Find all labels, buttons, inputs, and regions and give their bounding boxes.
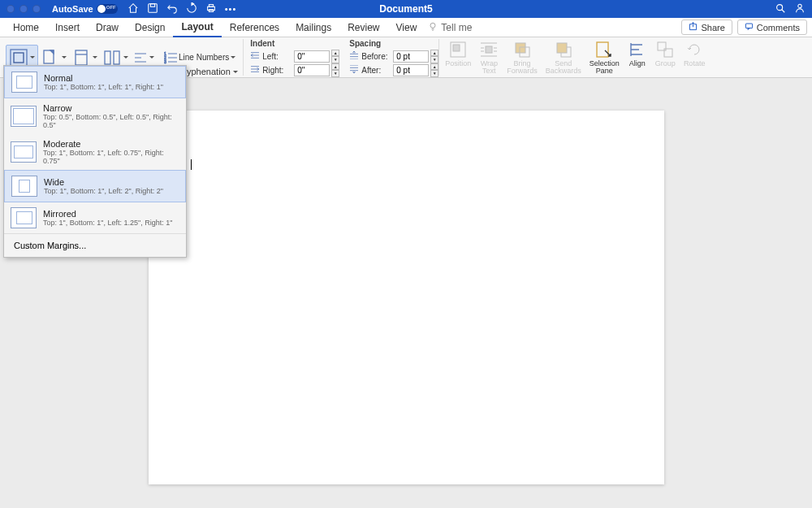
svg-rect-12 <box>76 50 87 65</box>
svg-rect-9 <box>11 50 27 66</box>
tab-draw[interactable]: Draw <box>88 19 127 37</box>
group-button: Group <box>652 38 679 76</box>
svg-point-6 <box>798 4 801 7</box>
svg-rect-8 <box>745 24 752 28</box>
spacing-before-input[interactable] <box>393 50 429 63</box>
spacing-before-spinner[interactable]: ▲▼ <box>430 50 438 63</box>
indent-left-icon <box>250 51 260 61</box>
tab-mailings[interactable]: Mailings <box>287 19 339 37</box>
svg-rect-24 <box>557 43 567 53</box>
margins-option-narrow[interactable]: Narrow Top: 0.5", Bottom: 0.5", Left: 0.… <box>4 98 186 134</box>
position-button: Position <box>442 38 474 76</box>
tab-review[interactable]: Review <box>339 19 387 37</box>
share-button[interactable]: Share <box>681 20 732 35</box>
tab-insert[interactable]: Insert <box>47 19 88 37</box>
window-controls <box>6 5 41 13</box>
redo-icon[interactable] <box>186 2 197 15</box>
arrange-group: Position Wrap Text Bring Forwards Send B… <box>439 39 710 76</box>
zoom-window[interactable] <box>32 5 41 13</box>
spacing-after-input[interactable] <box>393 64 429 76</box>
spacing-after-spinner[interactable]: ▲▼ <box>430 63 438 77</box>
spacing-after-icon <box>349 65 359 75</box>
rotate-icon <box>685 40 704 59</box>
indent-group: Indent Left: ▲▼ Right: ▲▼ <box>250 39 330 76</box>
close-window[interactable] <box>6 5 15 13</box>
indent-right-icon <box>250 65 260 75</box>
wrap-text-button: Wrap Text <box>476 38 502 76</box>
margins-option-moderate[interactable]: Moderate Top: 1", Bottom: 1", Left: 0.75… <box>4 134 186 170</box>
group-icon <box>655 40 675 59</box>
svg-rect-25 <box>597 42 608 57</box>
margins-narrow-icon <box>11 106 37 127</box>
margins-option-mirrored[interactable]: Mirrored Top: 1", Bottom: 1", Left: 1.25… <box>4 202 186 233</box>
autosave-toggle[interactable]: AutoSave OFF <box>52 4 118 14</box>
titlebar: AutoSave OFF ••• Document5 <box>0 0 812 18</box>
minimize-window[interactable] <box>19 5 28 13</box>
undo-icon[interactable] <box>166 2 178 15</box>
more-icon[interactable]: ••• <box>225 4 237 14</box>
wrap-icon <box>479 40 499 59</box>
margins-mirrored-icon <box>11 207 37 228</box>
autosave-label: AutoSave <box>52 4 93 14</box>
send-backward-button: Send Backwards <box>542 38 585 76</box>
svg-rect-1 <box>150 4 154 7</box>
bulb-icon <box>428 21 438 33</box>
account-icon[interactable] <box>794 2 806 15</box>
svg-rect-0 <box>149 4 158 13</box>
page[interactable] <box>149 111 664 484</box>
tell-me[interactable]: Tell me <box>428 21 472 33</box>
tab-layout[interactable]: Layout <box>173 18 221 37</box>
indent-left-input[interactable] <box>294 50 330 63</box>
search-icon[interactable] <box>775 2 786 15</box>
columns-icon <box>102 48 122 67</box>
comment-icon <box>745 22 754 33</box>
indent-left-spinner[interactable]: ▲▼ <box>331 50 339 63</box>
save-icon[interactable] <box>147 2 158 15</box>
indent-right-spinner[interactable]: ▲▼ <box>331 63 339 77</box>
titlebar-right <box>775 2 806 15</box>
margins-icon <box>9 48 28 67</box>
svg-point-7 <box>430 23 435 28</box>
margins-normal-icon <box>11 72 37 93</box>
tab-references[interactable]: References <box>222 19 287 37</box>
svg-text:3: 3 <box>164 59 166 64</box>
margins-dropdown: Normal Top: 1", Bottom: 1", Left: 1", Ri… <box>3 65 187 258</box>
document-title: Document5 <box>379 3 432 15</box>
hyphenation-button[interactable]: yphenation <box>187 67 238 76</box>
text-cursor <box>191 159 192 170</box>
align-button[interactable]: Align <box>624 38 650 76</box>
send-backward-icon <box>554 40 573 59</box>
svg-point-5 <box>777 5 783 11</box>
breaks-icon <box>133 50 148 65</box>
spacing-group: Spacing Before: ▲▼ After: ▲▼ <box>349 39 429 76</box>
svg-rect-13 <box>105 51 110 64</box>
margins-option-normal[interactable]: Normal Top: 1", Bottom: 1", Left: 1", Ri… <box>4 66 186 98</box>
svg-rect-21 <box>516 43 525 53</box>
svg-rect-10 <box>14 53 24 63</box>
autosave-switch[interactable]: OFF <box>97 4 118 14</box>
margins-custom[interactable]: Custom Margins... <box>4 233 186 257</box>
spacing-before-icon <box>349 51 359 61</box>
tab-view[interactable]: View <box>388 19 425 37</box>
align-icon <box>628 40 647 59</box>
breaks-button[interactable] <box>131 48 157 67</box>
tab-design[interactable]: Design <box>127 19 173 37</box>
svg-rect-3 <box>209 5 213 7</box>
svg-rect-19 <box>453 45 460 51</box>
line-numbers-button[interactable]: 123 Line Numbers <box>162 48 238 67</box>
quick-access-toolbar: ••• <box>127 2 237 15</box>
print-icon[interactable] <box>205 2 217 15</box>
bring-forward-button: Bring Forwards <box>503 38 541 76</box>
position-icon <box>448 40 468 59</box>
svg-rect-14 <box>114 51 119 64</box>
comments-button[interactable]: Comments <box>737 20 807 35</box>
ribbon-tabs: Home Insert Draw Design Layout Reference… <box>0 18 812 37</box>
margins-moderate-icon <box>11 141 37 163</box>
margins-option-wide[interactable]: Wide Top: 1", Bottom: 1", Left: 2", Righ… <box>4 170 186 202</box>
tab-home[interactable]: Home <box>5 19 47 37</box>
home-icon[interactable] <box>127 2 139 15</box>
margins-wide-icon <box>11 176 37 197</box>
indent-right-input[interactable] <box>294 64 330 76</box>
selection-pane-button[interactable]: Selection Pane <box>586 38 623 76</box>
size-icon <box>71 48 91 67</box>
